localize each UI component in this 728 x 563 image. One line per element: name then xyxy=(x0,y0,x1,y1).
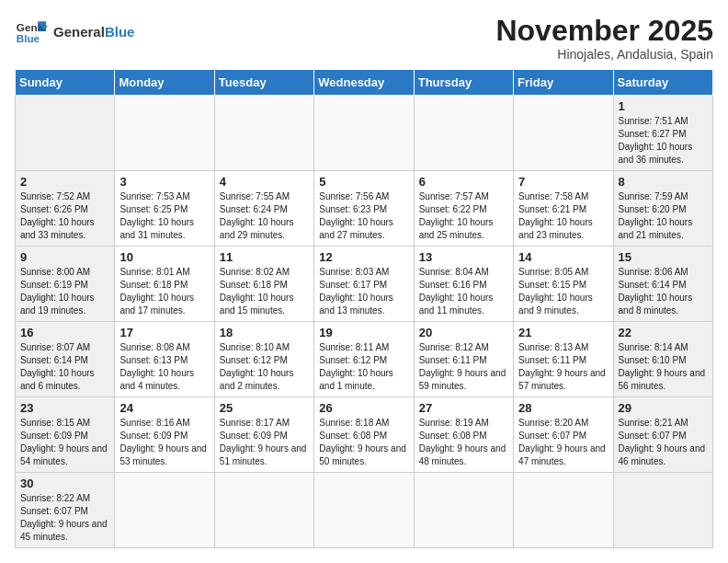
day-number: 28 xyxy=(518,401,608,415)
calendar-cell: 29Sunrise: 8:21 AM Sunset: 6:07 PM Dayli… xyxy=(613,397,712,473)
day-info: Sunrise: 8:17 AM Sunset: 6:09 PM Dayligh… xyxy=(220,417,309,468)
weekday-header-sunday: Sunday xyxy=(16,70,115,96)
day-info: Sunrise: 8:01 AM Sunset: 6:18 PM Dayligh… xyxy=(119,266,209,317)
calendar-cell: 16Sunrise: 8:07 AM Sunset: 6:14 PM Dayli… xyxy=(16,322,115,397)
day-info: Sunrise: 8:11 AM Sunset: 6:12 PM Dayligh… xyxy=(319,341,408,393)
weekday-header-thursday: Thursday xyxy=(414,70,513,96)
day-number: 30 xyxy=(20,477,109,490)
calendar-week-0: 1Sunrise: 7:51 AM Sunset: 6:27 PM Daylig… xyxy=(16,96,713,171)
day-number: 15 xyxy=(619,250,708,264)
day-info: Sunrise: 8:15 AM Sunset: 6:09 PM Dayligh… xyxy=(20,417,109,468)
calendar-body: 1Sunrise: 7:51 AM Sunset: 6:27 PM Daylig… xyxy=(16,96,713,548)
day-number: 5 xyxy=(319,175,408,189)
calendar-cell: 25Sunrise: 8:17 AM Sunset: 6:09 PM Dayli… xyxy=(214,397,313,473)
logo-text: GeneralBlue xyxy=(53,24,134,40)
day-number: 8 xyxy=(619,175,708,189)
day-number: 21 xyxy=(518,326,608,339)
logo: General Blue GeneralBlue xyxy=(15,15,134,48)
weekday-header-saturday: Saturday xyxy=(613,70,712,96)
day-number: 10 xyxy=(119,250,209,264)
day-number: 6 xyxy=(419,175,508,189)
day-number: 11 xyxy=(220,250,309,264)
day-info: Sunrise: 8:16 AM Sunset: 6:09 PM Dayligh… xyxy=(119,417,209,468)
day-info: Sunrise: 7:56 AM Sunset: 6:23 PM Dayligh… xyxy=(319,190,408,242)
day-number: 27 xyxy=(419,401,508,415)
logo-icon: General Blue xyxy=(15,15,48,48)
calendar-cell xyxy=(214,96,313,171)
day-info: Sunrise: 8:05 AM Sunset: 6:15 PM Dayligh… xyxy=(518,266,608,317)
svg-text:Blue: Blue xyxy=(17,32,40,44)
calendar-cell xyxy=(214,473,313,548)
calendar-cell: 8Sunrise: 7:59 AM Sunset: 6:20 PM Daylig… xyxy=(613,171,712,247)
calendar-cell: 27Sunrise: 8:19 AM Sunset: 6:08 PM Dayli… xyxy=(414,397,513,473)
weekday-header-row: SundayMondayTuesdayWednesdayThursdayFrid… xyxy=(16,70,713,96)
day-number: 9 xyxy=(20,250,109,264)
day-number: 25 xyxy=(220,401,309,415)
day-info: Sunrise: 7:55 AM Sunset: 6:24 PM Dayligh… xyxy=(220,190,309,242)
calendar-cell: 24Sunrise: 8:16 AM Sunset: 6:09 PM Dayli… xyxy=(115,397,214,473)
calendar-week-4: 23Sunrise: 8:15 AM Sunset: 6:09 PM Dayli… xyxy=(16,397,713,473)
day-info: Sunrise: 8:02 AM Sunset: 6:18 PM Dayligh… xyxy=(220,266,309,317)
calendar-week-2: 9Sunrise: 8:00 AM Sunset: 6:19 PM Daylig… xyxy=(16,247,713,322)
day-info: Sunrise: 8:18 AM Sunset: 6:08 PM Dayligh… xyxy=(319,417,408,468)
weekday-header-monday: Monday xyxy=(115,70,214,96)
calendar-cell: 11Sunrise: 8:02 AM Sunset: 6:18 PM Dayli… xyxy=(214,247,313,322)
day-number: 22 xyxy=(619,326,708,339)
calendar-cell: 7Sunrise: 7:58 AM Sunset: 6:21 PM Daylig… xyxy=(514,171,613,247)
day-number: 19 xyxy=(319,326,408,339)
calendar-cell: 1Sunrise: 7:51 AM Sunset: 6:27 PM Daylig… xyxy=(613,96,712,171)
calendar-cell: 20Sunrise: 8:12 AM Sunset: 6:11 PM Dayli… xyxy=(414,322,513,397)
weekday-header-tuesday: Tuesday xyxy=(214,70,313,96)
day-info: Sunrise: 7:53 AM Sunset: 6:25 PM Dayligh… xyxy=(119,190,209,242)
calendar-week-5: 30Sunrise: 8:22 AM Sunset: 6:07 PM Dayli… xyxy=(16,473,713,548)
calendar-cell xyxy=(115,96,214,171)
calendar-cell xyxy=(16,96,115,171)
calendar-cell: 26Sunrise: 8:18 AM Sunset: 6:08 PM Dayli… xyxy=(314,397,414,473)
calendar-cell: 14Sunrise: 8:05 AM Sunset: 6:15 PM Dayli… xyxy=(514,247,613,322)
day-number: 7 xyxy=(518,175,608,189)
calendar-cell: 23Sunrise: 8:15 AM Sunset: 6:09 PM Dayli… xyxy=(16,397,115,473)
page-header: General Blue GeneralBlue November 2025 H… xyxy=(15,15,713,62)
title-area: November 2025 Hinojales, Andalusia, Spai… xyxy=(495,15,713,62)
day-number: 1 xyxy=(619,99,708,113)
day-number: 13 xyxy=(419,250,508,264)
calendar-cell: 17Sunrise: 8:08 AM Sunset: 6:13 PM Dayli… xyxy=(115,322,214,397)
calendar-cell: 5Sunrise: 7:56 AM Sunset: 6:23 PM Daylig… xyxy=(314,171,414,247)
weekday-header-friday: Friday xyxy=(514,70,613,96)
day-number: 4 xyxy=(220,175,309,189)
calendar-cell: 6Sunrise: 7:57 AM Sunset: 6:22 PM Daylig… xyxy=(414,171,513,247)
day-info: Sunrise: 8:13 AM Sunset: 6:11 PM Dayligh… xyxy=(518,341,608,393)
calendar-cell: 12Sunrise: 8:03 AM Sunset: 6:17 PM Dayli… xyxy=(314,247,414,322)
calendar-cell: 9Sunrise: 8:00 AM Sunset: 6:19 PM Daylig… xyxy=(16,247,115,322)
calendar-cell xyxy=(314,96,414,171)
day-info: Sunrise: 8:03 AM Sunset: 6:17 PM Dayligh… xyxy=(319,266,408,317)
day-number: 12 xyxy=(319,250,408,264)
day-number: 29 xyxy=(619,401,708,415)
day-number: 2 xyxy=(20,175,109,189)
weekday-header-wednesday: Wednesday xyxy=(314,70,414,96)
day-info: Sunrise: 8:22 AM Sunset: 6:07 PM Dayligh… xyxy=(20,492,109,544)
day-info: Sunrise: 8:12 AM Sunset: 6:11 PM Dayligh… xyxy=(419,341,508,393)
day-number: 20 xyxy=(419,326,508,339)
calendar-cell: 18Sunrise: 8:10 AM Sunset: 6:12 PM Dayli… xyxy=(214,322,313,397)
calendar-cell: 30Sunrise: 8:22 AM Sunset: 6:07 PM Dayli… xyxy=(16,473,115,548)
calendar-cell: 21Sunrise: 8:13 AM Sunset: 6:11 PM Dayli… xyxy=(514,322,613,397)
calendar-cell: 4Sunrise: 7:55 AM Sunset: 6:24 PM Daylig… xyxy=(214,171,313,247)
day-info: Sunrise: 8:06 AM Sunset: 6:14 PM Dayligh… xyxy=(619,266,708,317)
calendar-week-1: 2Sunrise: 7:52 AM Sunset: 6:26 PM Daylig… xyxy=(16,171,713,247)
calendar-cell: 15Sunrise: 8:06 AM Sunset: 6:14 PM Dayli… xyxy=(613,247,712,322)
calendar-cell xyxy=(514,96,613,171)
day-info: Sunrise: 8:04 AM Sunset: 6:16 PM Dayligh… xyxy=(419,266,508,317)
day-info: Sunrise: 7:51 AM Sunset: 6:27 PM Dayligh… xyxy=(619,115,708,167)
calendar-cell: 2Sunrise: 7:52 AM Sunset: 6:26 PM Daylig… xyxy=(16,171,115,247)
day-info: Sunrise: 8:14 AM Sunset: 6:10 PM Dayligh… xyxy=(619,341,708,393)
calendar-cell xyxy=(514,473,613,548)
day-info: Sunrise: 8:20 AM Sunset: 6:07 PM Dayligh… xyxy=(518,417,608,468)
day-number: 16 xyxy=(20,326,109,339)
day-info: Sunrise: 8:19 AM Sunset: 6:08 PM Dayligh… xyxy=(419,417,508,468)
calendar-cell xyxy=(613,473,712,548)
location-subtitle: Hinojales, Andalusia, Spain xyxy=(495,47,713,62)
calendar-cell xyxy=(414,473,513,548)
day-info: Sunrise: 7:58 AM Sunset: 6:21 PM Dayligh… xyxy=(518,190,608,242)
day-number: 14 xyxy=(518,250,608,264)
